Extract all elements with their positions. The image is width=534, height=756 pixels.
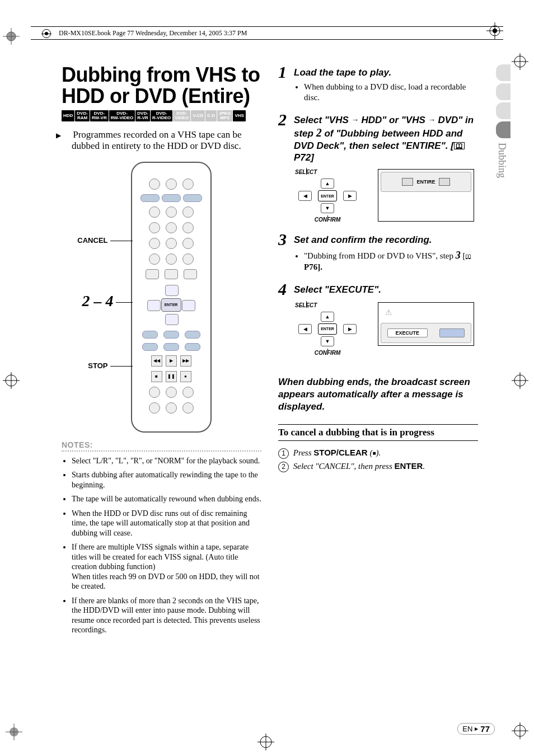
- media-badge: JPEGMP3: [217, 110, 232, 121]
- page-title: Dubbing from VHS to HDD or DVD (Entire): [62, 64, 261, 107]
- step-number: 2: [278, 112, 291, 127]
- dpad-enter-button: ENTER: [318, 190, 337, 201]
- bullet-arrow-icon: ▶: [64, 132, 71, 140]
- intro-text: Programmes recorded on a VHS tape can be…: [72, 129, 242, 151]
- dpad-left-icon: ◀: [298, 191, 312, 201]
- cancel-step-1: 1 Press STOP/CLEAR (■).: [278, 448, 478, 459]
- end-note: When dubbing ends, the broadcast screen …: [278, 376, 478, 413]
- book-ref-icon: 🕮: [465, 253, 471, 260]
- media-badge: HDD: [62, 110, 74, 121]
- media-badge: VHS: [233, 110, 245, 121]
- circled-1-icon: 1: [278, 448, 289, 459]
- dotted-divider: [62, 450, 261, 452]
- dpad-right-icon: ▶: [343, 324, 357, 334]
- book-ref-icon: 🕮: [454, 142, 465, 149]
- circled-2-icon: 2: [278, 462, 289, 472]
- media-badge: C D: [205, 110, 217, 121]
- dpad-right-icon: ▶: [343, 191, 357, 201]
- registration-mark-icon: [6, 724, 22, 740]
- svg-point-25: [493, 29, 497, 33]
- dpad-down-icon: ▼: [321, 336, 334, 346]
- warning-icon: ⚠: [385, 308, 392, 317]
- crop-mark-icon: [512, 53, 528, 70]
- dpad-left-icon: ◀: [298, 324, 312, 334]
- note-item: The tape will be automatically rewound w…: [72, 494, 261, 504]
- cancel-step-2: 2 Select "CANCEL", then press ENTER.: [278, 461, 478, 472]
- step-title: Select "EXECUTE".: [294, 281, 381, 295]
- tab-marker-active: [496, 121, 510, 138]
- crop-mark-icon: [3, 372, 20, 389]
- dpad-enter-button: ENTER: [318, 323, 337, 335]
- registration-mark-icon: [3, 28, 20, 45]
- step-number: 3: [278, 232, 291, 247]
- dpad-down-icon: ▼: [321, 203, 334, 213]
- section-side-tab: Dubbing: [493, 64, 510, 178]
- step-4: 4 Select "EXECUTE". SELECT ▲ ▼ ◀ ▶ ENTER: [278, 281, 478, 356]
- crop-mark-icon: [512, 722, 528, 739]
- crop-mark-icon: [486, 22, 503, 39]
- cancel-heading: To cancel a dubbing that is in progress: [278, 424, 478, 441]
- note-item: If there are blanks of more than 2 secon…: [72, 596, 261, 635]
- media-badge: V-CD: [191, 110, 205, 121]
- remote-enter-button: ENTER: [161, 298, 181, 312]
- page-footer: EN ▶ 77: [457, 723, 495, 735]
- remote-callout-cancel: CANCEL: [67, 237, 133, 244]
- media-badge: DVD-R-VIDEO: [151, 110, 172, 121]
- step-4-diagram: SELECT ▲ ▼ ◀ ▶ ENTER CONFIRM: [288, 302, 478, 356]
- remote-callout-range: 2 – 4: [67, 293, 133, 309]
- page-number: 77: [480, 724, 490, 734]
- crop-mark-icon: [257, 734, 274, 750]
- crop-mark-icon: [512, 372, 528, 389]
- notes-heading: NOTES:: [62, 440, 261, 449]
- step-title: Load the tape to play.: [294, 64, 391, 78]
- frame-header: DR-MX10SE.book Page 77 Wednesday, Decemb…: [31, 26, 503, 40]
- media-badge: DVD-RW-VIDEO: [109, 110, 135, 121]
- step-title: Select "VHS → HDD" or "VHS → DVD" in ste…: [294, 112, 478, 164]
- execute-button-label: EXECUTE: [387, 328, 428, 337]
- step-1: 1 Load the tape to play. When dubbing to…: [278, 64, 478, 103]
- cancel-button-placeholder: [439, 328, 465, 337]
- step-2-diagram: SELECT ▲ ▼ ◀ ▶ ENTER CONFIRM: [288, 169, 478, 223]
- step-number: 4: [278, 281, 291, 297]
- onscreen-entire-display: ENTIRE: [378, 169, 474, 222]
- tab-marker: [496, 83, 510, 100]
- onscreen-execute-display: ⚠ EXECUTE: [378, 302, 474, 346]
- remote-callout-stop: STOP: [67, 362, 133, 369]
- media-badge: DVD-R-VR: [135, 110, 150, 121]
- triangle-right-icon: ▶: [475, 726, 478, 731]
- note-item: Starts dubbing after automatically rewin…: [72, 470, 261, 490]
- cancel-steps: 1 Press STOP/CLEAR (■). 2 Select "CANCEL…: [278, 448, 478, 472]
- remote-illustration: ENTER ◀◀▶▶▶ ■❚❚●: [72, 162, 251, 436]
- dpad-up-icon: ▲: [321, 312, 334, 322]
- notes-list: Select "L/R", "L", "R", or "NORM" for th…: [62, 456, 261, 635]
- media-support-badges: HDDDVD-RAMDVD-RW-VRDVD-RW-VIDEODVD-R-VRD…: [62, 110, 261, 121]
- step-title: Set and confirm the recording.: [294, 232, 432, 246]
- step-2: 2 Select "VHS → HDD" or "VHS → DVD" in s…: [278, 112, 478, 223]
- intro-paragraph: ▶ Programmes recorded on a VHS tape can …: [62, 129, 261, 152]
- media-badge: DVD-VIDEO: [173, 110, 190, 121]
- dubbing-icon: [402, 178, 413, 186]
- step-bullet: When dubbing to a DVD disc, load a recor…: [304, 82, 478, 103]
- arrow-right-icon: →: [428, 115, 438, 124]
- step-bullet: "Dubbing from HDD or DVD to VHS", step 3…: [304, 249, 478, 272]
- section-tab-label: Dubbing: [496, 143, 508, 178]
- arrow-right-icon: →: [352, 115, 362, 124]
- step-3: 3 Set and confirm the recording. "Dubbin…: [278, 232, 478, 272]
- note-item: Select "L/R", "L", "R", or "NORM" for th…: [72, 456, 261, 466]
- media-badge: DVD-RAM: [75, 110, 90, 121]
- dubbing-icon: [439, 178, 450, 186]
- remote-stop-button: ■: [151, 371, 162, 382]
- tab-marker: [496, 64, 510, 81]
- entire-label: ENTIRE: [416, 179, 435, 185]
- tab-marker: [496, 102, 510, 119]
- media-badge: DVD-RW-VR: [90, 110, 109, 121]
- dpad-up-icon: ▲: [321, 179, 334, 189]
- step-number: 1: [278, 64, 291, 79]
- note-item: If there are multiple VISS signals withi…: [72, 542, 261, 591]
- footer-language: EN: [462, 725, 472, 733]
- note-item: When the HDD or DVD disc runs out of dis…: [72, 509, 261, 538]
- file-info-text: DR-MX10SE.book Page 77 Wednesday, Decemb…: [59, 29, 247, 37]
